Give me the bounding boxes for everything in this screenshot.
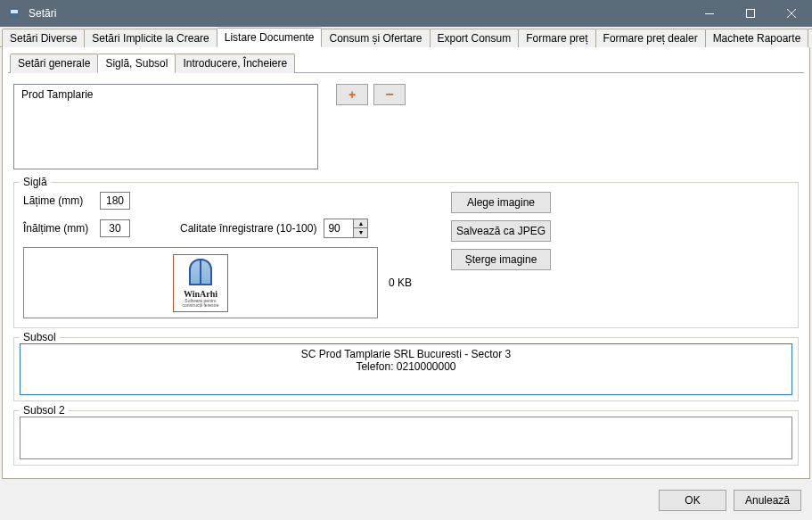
close-button[interactable]: [771, 0, 812, 27]
svg-rect-1: [11, 10, 18, 13]
dialog-footer: OK Anulează: [0, 481, 812, 520]
window-icon: [189, 259, 212, 285]
main-tabstrip: Setări Diverse Setări Implicite la Crear…: [0, 27, 812, 47]
ok-button[interactable]: OK: [659, 490, 726, 511]
tab-setari-diverse[interactable]: Setări Diverse: [2, 29, 85, 47]
subsol-textarea[interactable]: SC Prod Tamplarie SRL Bucuresti - Sector…: [20, 343, 792, 395]
subtab-setari-generale[interactable]: Setări generale: [10, 54, 98, 73]
save-jpeg-button[interactable]: Salvează ca JPEG: [451, 220, 551, 242]
sigla-legend: Siglă: [20, 176, 51, 188]
subsol2-fieldset: Subsol 2: [13, 410, 799, 466]
delete-image-button[interactable]: Șterge imagine: [451, 249, 551, 270]
width-input[interactable]: [100, 192, 130, 210]
quality-down[interactable]: ▼: [353, 228, 367, 237]
tab-setari-implicite[interactable]: Setări Implicite la Creare: [84, 29, 217, 47]
logo-image: WinArhi Software pentru construcții fere…: [173, 254, 229, 312]
tab-formare-pret-dealer[interactable]: Formare preț dealer: [595, 29, 706, 47]
height-input[interactable]: [100, 219, 130, 237]
svg-rect-3: [747, 10, 755, 18]
tab-formare-pret[interactable]: Formare preț: [518, 29, 595, 47]
minimize-button[interactable]: [689, 0, 730, 27]
subsol-line2: Telefon: 0210000000: [24, 360, 788, 373]
tab-export-consum[interactable]: Export Consum: [430, 29, 520, 47]
maximize-button[interactable]: [730, 0, 771, 27]
subsol-line1: SC Prod Tamplarie SRL Bucuresti - Sector…: [24, 348, 788, 360]
subtab-sigla-subsol[interactable]: Siglă, Subsol: [97, 54, 176, 73]
remove-button[interactable]: −: [373, 84, 406, 105]
choose-image-button[interactable]: Alege imagine: [451, 192, 551, 213]
app-icon: [7, 6, 21, 21]
add-button[interactable]: +: [336, 84, 368, 105]
subsol2-textarea[interactable]: [20, 417, 792, 459]
sigla-fieldset: Siglă Lățime (mm) Înălțime (mm) Calitate…: [13, 182, 799, 328]
tab-machete-rapoarte[interactable]: Machete Rapoarte: [705, 29, 809, 47]
subtab-introducere-incheiere[interactable]: Introducere, Încheiere: [175, 54, 295, 73]
quality-label: Calitate înregistrare (10-100): [180, 222, 316, 235]
logo-sub2: construcții ferestre: [183, 303, 219, 308]
quality-up[interactable]: ▲: [353, 219, 367, 228]
tab-listare-documente[interactable]: Listare Documente: [217, 28, 323, 47]
profile-name-input[interactable]: [18, 87, 296, 103]
logo-preview: WinArhi Software pentru construcții fere…: [23, 247, 378, 318]
logo-title: WinArhi: [183, 289, 219, 299]
quality-input[interactable]: [324, 222, 353, 235]
file-size-label: 0 KB: [389, 277, 412, 289]
tab-consum-ofertare[interactable]: Consum și Ofertare: [321, 29, 430, 47]
cancel-button[interactable]: Anulează: [734, 490, 801, 511]
quality-spinner[interactable]: ▲ ▼: [324, 219, 368, 238]
sub-tabstrip: Setări generale Siglă, Subsol Introducer…: [8, 53, 804, 73]
plus-icon: +: [349, 87, 356, 102]
subsol-fieldset: Subsol SC Prod Tamplarie SRL Bucuresti -…: [13, 337, 799, 401]
profile-listbox[interactable]: [13, 84, 318, 169]
window-title: Setări: [29, 7, 689, 20]
subsol-legend: Subsol: [20, 331, 60, 343]
width-label: Lățime (mm): [23, 194, 93, 207]
tab-conectare-date[interactable]: Conectarea la dat: [808, 29, 812, 47]
height-label: Înălțime (mm): [23, 222, 93, 235]
svg-rect-2: [705, 13, 714, 14]
minus-icon: −: [385, 87, 393, 103]
titlebar: Setări: [0, 0, 812, 27]
subsol2-legend: Subsol 2: [20, 404, 69, 417]
